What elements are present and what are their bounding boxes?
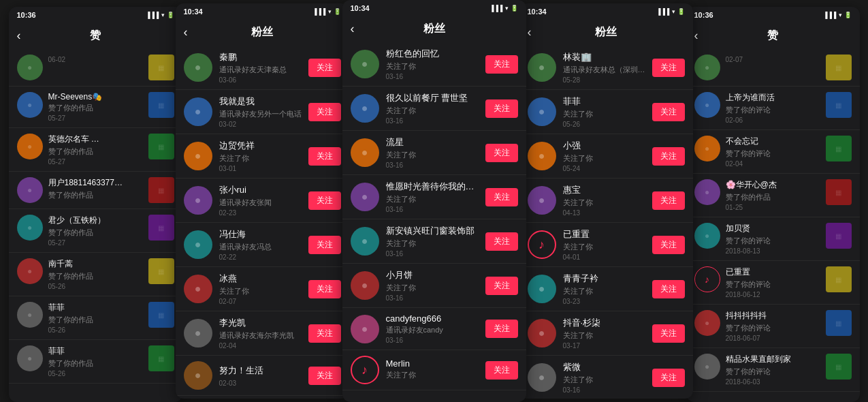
notif-item: ● 君少（互铁粉） 赞了你的作品 05-27 ▦ bbox=[9, 209, 182, 253]
notif-date: 05-27 bbox=[48, 239, 143, 247]
item-date: 03-16 bbox=[386, 337, 479, 344]
avatar: ● bbox=[351, 50, 379, 78]
item-info: 菲菲 关注了你 05-26 bbox=[563, 95, 645, 128]
notif-content: 抖抖抖抖抖 赞了你的评论 2018-06-07 bbox=[726, 310, 820, 342]
notif-item: ● 抖抖抖抖抖 赞了你的评论 2018-06-07 ▦ bbox=[686, 305, 860, 348]
follow-button[interactable]: 关注 bbox=[308, 59, 341, 77]
notif-action: 赞了你的评论 bbox=[726, 236, 820, 246]
phone-screen-left1: 10:34 ▐▐▐ ▾ 🔋 ‹ 粉丝 ● 秦鹏 通讯录好友天津秦总 03-06 … bbox=[176, 3, 349, 399]
follow-button[interactable]: 关注 bbox=[652, 147, 685, 166]
back-button[interactable]: ‹ bbox=[694, 29, 698, 43]
back-button[interactable]: ‹ bbox=[17, 29, 21, 43]
notif-thumb: ▦ bbox=[148, 302, 174, 328]
notif-date: 05-26 bbox=[48, 370, 143, 377]
item-name: 紫微 bbox=[563, 361, 645, 373]
avatar: ● bbox=[184, 361, 212, 390]
notif-action: 赞了你的作品 bbox=[48, 146, 143, 157]
follow-button[interactable]: 关注 bbox=[485, 99, 518, 118]
list-item: ● 粉红色的回忆 关注了你 03-16 关注 bbox=[342, 42, 526, 87]
item-sub: 关注了你 bbox=[386, 283, 479, 293]
item-name: 努力！生活 bbox=[219, 365, 302, 377]
follow-button[interactable]: 关注 bbox=[308, 280, 341, 298]
notif-item: ● 加贝贤 赞了你的评论 2018-08-13 ▦ bbox=[686, 217, 860, 261]
status-icons: ▐▐▐ ▾ 🔋 bbox=[656, 8, 684, 15]
follow-button[interactable]: 关注 bbox=[652, 103, 685, 121]
notif-content: Mr-Seevens🎭 赞了你的作品 05-27 bbox=[48, 92, 143, 122]
item-info: 小强 关注了你 05-24 bbox=[563, 140, 645, 172]
follow-button[interactable]: 关注 bbox=[485, 188, 518, 206]
item-sub: 通讯录好友另外一个电话 bbox=[219, 109, 302, 119]
avatar: ● bbox=[528, 319, 556, 347]
item-info: 边贸凭祥 关注了你 03-01 bbox=[219, 140, 302, 172]
item-info: 李光凯 通讯录好友海尔李光凯 02-04 bbox=[219, 317, 302, 350]
notif-action: 赞了你的作品 bbox=[48, 358, 143, 369]
notif-avatar: ● bbox=[17, 302, 43, 328]
list-item: ♪ Merlin 关注了你 关注 bbox=[342, 350, 526, 390]
notif-action: 赞了你的评论 bbox=[726, 367, 820, 377]
follow-button[interactable]: 关注 bbox=[485, 320, 518, 338]
back-button[interactable]: ‹ bbox=[184, 25, 188, 40]
item-sub: 关注了你 bbox=[563, 375, 645, 385]
item-sub: 关注了你 bbox=[563, 242, 645, 252]
notif-item: ● 用户18811463377… 赞了你的作品 ▦ bbox=[9, 172, 182, 209]
item-name: 菲菲 bbox=[563, 95, 645, 108]
list-item: ● 菲菲 关注了你 05-26 关注 bbox=[519, 90, 693, 134]
item-info: 我就是我 通讯录好友另外一个电话 03-02 bbox=[219, 95, 302, 128]
phone-screen-center: 10:34 ▐▐▐ ▾ 🔋 ‹ 粉丝 ● 粉红色的回忆 关注了你 03-16 关… bbox=[342, 0, 526, 402]
follow-button[interactable]: 关注 bbox=[652, 369, 685, 387]
follow-button[interactable]: 关注 bbox=[308, 147, 341, 166]
notif-name: 菲菲 bbox=[48, 302, 143, 313]
notif-action: 赞了你的作品 bbox=[48, 228, 143, 238]
avatar: ● bbox=[528, 97, 556, 126]
item-sub: 关注了你 bbox=[563, 198, 645, 208]
follow-button[interactable]: 关注 bbox=[308, 367, 341, 385]
item-sub: 关注了你 bbox=[386, 238, 479, 249]
signal-icon: ▐▐▐ bbox=[489, 5, 502, 12]
notif-avatar: ● bbox=[694, 179, 720, 205]
item-sub: 关注了你 bbox=[219, 286, 302, 296]
notif-name: 不会忘记 bbox=[726, 136, 820, 147]
list-item: ● 很久以前餐厅 曹世坚 关注了你 03-16 关注 bbox=[342, 87, 526, 131]
item-name: 张小rui bbox=[219, 184, 302, 196]
list-item: ● 惟愿时光善待你我的青春 关注了你 03-16 关注 bbox=[342, 175, 526, 219]
list-item: ● 惠宝 关注了你 04-13 关注 bbox=[519, 179, 693, 223]
follow-button[interactable]: 关注 bbox=[652, 59, 685, 77]
notif-content: 菲菲 赞了你的作品 05-26 bbox=[48, 302, 143, 334]
notif-content: 上帝为谁而活 赞了你的评论 02-06 bbox=[726, 92, 820, 124]
back-button[interactable]: ‹ bbox=[528, 25, 532, 40]
list-item: ♪ 已重置 关注了你 04-01 关注 bbox=[519, 223, 693, 267]
item-info: 紫微 关注了你 03-16 bbox=[563, 361, 645, 394]
avatar: ● bbox=[528, 363, 556, 392]
wifi-icon: ▾ bbox=[161, 12, 165, 18]
follow-button[interactable]: 关注 bbox=[652, 236, 685, 254]
follow-button[interactable]: 关注 bbox=[485, 277, 518, 295]
avatar: ● bbox=[528, 142, 556, 170]
item-sub: 关注了你 bbox=[386, 194, 479, 204]
notif-avatar: ● bbox=[694, 310, 720, 336]
avatar: ● bbox=[351, 315, 379, 343]
follow-button[interactable]: 关注 bbox=[485, 232, 518, 251]
item-name: 林装🏢 bbox=[563, 51, 645, 63]
follow-button[interactable]: 关注 bbox=[652, 191, 685, 210]
item-date: 03-16 bbox=[386, 206, 479, 213]
follow-button[interactable]: 关注 bbox=[485, 144, 518, 162]
avatar: ♪ bbox=[351, 356, 379, 384]
notif-thumb: ▦ bbox=[148, 258, 174, 284]
follow-button[interactable]: 关注 bbox=[485, 55, 518, 74]
follow-button[interactable]: 关注 bbox=[308, 236, 341, 254]
follow-button[interactable]: 关注 bbox=[308, 191, 341, 210]
follow-button[interactable]: 关注 bbox=[652, 324, 685, 343]
item-info: candyfeng666 通讯录好友candy 03-16 bbox=[386, 313, 479, 344]
follow-button[interactable]: 关注 bbox=[308, 103, 341, 121]
item-info: 林装🏢 通讯录好友林总（深圳工商办理） 05-28 bbox=[563, 51, 645, 84]
follow-button[interactable]: 关注 bbox=[652, 280, 685, 298]
notif-name: 已重置 bbox=[726, 266, 820, 278]
item-info: 秦鹏 通讯录好友天津秦总 03-06 bbox=[219, 51, 302, 84]
follow-button[interactable]: 关注 bbox=[485, 361, 518, 380]
notif-date: 2018-06-03 bbox=[726, 378, 820, 386]
avatar: ● bbox=[351, 271, 379, 300]
list-item: ● 我就是我 通讯录好友另外一个电话 03-02 关注 bbox=[176, 90, 349, 134]
back-button[interactable]: ‹ bbox=[351, 22, 355, 36]
notif-avatar: ● bbox=[17, 55, 43, 80]
follow-button[interactable]: 关注 bbox=[308, 324, 341, 343]
